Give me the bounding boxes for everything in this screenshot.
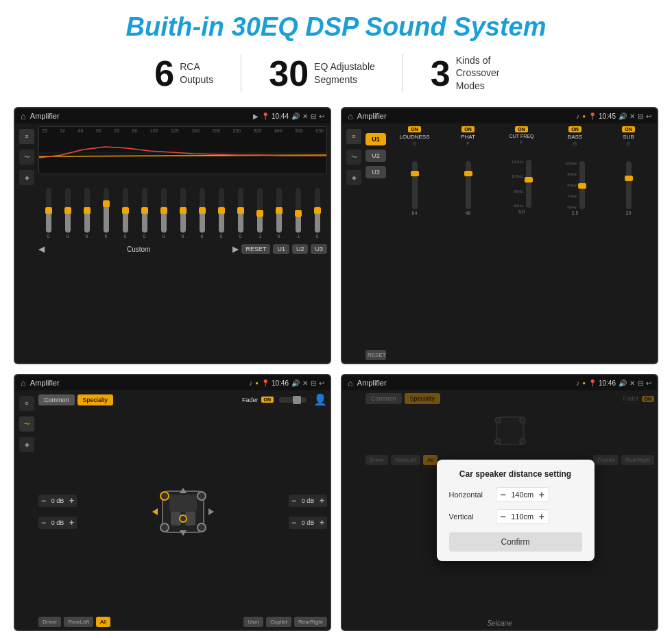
- sidebar-wave-icon-2[interactable]: 〜: [346, 150, 361, 165]
- db-minus-rr[interactable]: −: [291, 518, 296, 528]
- u2-btn-1[interactable]: U2: [292, 244, 309, 254]
- db-plus-rl[interactable]: +: [69, 518, 74, 528]
- cutfreq-slider[interactable]: [526, 160, 531, 208]
- home-icon-1[interactable]: ⌂: [21, 111, 26, 121]
- reset-btn-1[interactable]: RESET: [241, 244, 270, 254]
- screen2-presets: U1 U2 U3 RESET: [365, 126, 386, 360]
- u1-preset[interactable]: U1: [365, 133, 386, 145]
- confirm-button[interactable]: Confirm: [449, 532, 582, 552]
- eq-slider-13[interactable]: 0: [270, 188, 287, 239]
- vertical-plus[interactable]: +: [539, 511, 544, 522]
- cutfreq-on[interactable]: ON: [515, 126, 528, 132]
- db-minus-fr[interactable]: −: [291, 496, 296, 506]
- screen-amplifier: ⌂ Amplifier ♪ ● 📍 10:45 🔊 ✕ ⊟ ↩ ≡ 〜 ◈: [341, 107, 658, 364]
- back-icon-1[interactable]: ↩: [319, 113, 324, 120]
- eq-slider-7[interactable]: 0: [155, 188, 172, 239]
- back-icon-2[interactable]: ↩: [646, 113, 651, 120]
- horizontal-plus[interactable]: +: [539, 489, 544, 500]
- eq-slider-9[interactable]: 0: [193, 188, 211, 239]
- prev-icon[interactable]: ◀: [38, 244, 45, 254]
- eq-slider-5[interactable]: 0: [117, 188, 134, 239]
- eq-controls: ◀ Custom ▶ RESET U1 U2 U3: [38, 241, 327, 257]
- sidebar-speaker-icon[interactable]: ◈: [19, 170, 34, 185]
- u3-btn-1[interactable]: U3: [311, 244, 327, 254]
- next-icon[interactable]: ▶: [232, 244, 239, 254]
- sidebar-eq-icon[interactable]: ≡: [19, 129, 34, 144]
- fader-track[interactable]: [279, 397, 307, 403]
- sub-label: SUB: [623, 134, 634, 140]
- bass-slider[interactable]: [579, 161, 585, 209]
- sub-on[interactable]: ON: [622, 126, 635, 132]
- sidebar-wave-icon-3[interactable]: 〜: [19, 416, 34, 432]
- zone-rearright[interactable]: RearRight: [294, 617, 327, 627]
- zone-copilot[interactable]: Copilot: [266, 617, 291, 627]
- stat-crossover-number: 3: [431, 56, 451, 91]
- home-icon-2[interactable]: ⌂: [348, 111, 353, 121]
- home-icon-3[interactable]: ⌂: [21, 378, 26, 388]
- channel-loudness: ON LOUDNESS G 64: [389, 126, 440, 360]
- status-title-4: Amplifier: [357, 379, 572, 387]
- screenshots-grid: ⌂ Amplifier ▶ 📍 10:44 🔊 ✕ ⊟ ↩ ≡ 〜 ◈: [14, 107, 658, 631]
- stat-eq-number: 30: [269, 56, 309, 91]
- eq-slider-3[interactable]: 0: [78, 188, 95, 239]
- phat-slider[interactable]: [466, 161, 471, 209]
- db-plus-rr[interactable]: +: [320, 518, 324, 528]
- eq-slider-4[interactable]: 5: [97, 188, 115, 239]
- db-plus-fl[interactable]: +: [69, 496, 74, 506]
- sidebar-speaker-icon-2[interactable]: ◈: [346, 170, 361, 185]
- db-minus-fl[interactable]: −: [41, 496, 46, 506]
- eq-slider-14[interactable]: -1: [289, 188, 307, 239]
- sidebar-eq-icon-3[interactable]: ≡: [19, 396, 34, 411]
- back-icon-3[interactable]: ↩: [319, 379, 324, 387]
- back-icon-4[interactable]: ↩: [646, 379, 651, 387]
- db-plus-fr[interactable]: +: [320, 496, 324, 506]
- tab-common[interactable]: Common: [38, 394, 75, 405]
- tab-specialty[interactable]: Specialty: [77, 394, 114, 405]
- loudness-on[interactable]: ON: [408, 126, 421, 132]
- zone-all[interactable]: All: [96, 617, 110, 627]
- status-icons-2: ♪ ● 📍 10:45 🔊 ✕ ⊟ ↩: [576, 113, 651, 120]
- fader-label-bg: Fader: [623, 395, 639, 402]
- bass-on[interactable]: ON: [568, 126, 581, 132]
- sidebar-wave-icon[interactable]: 〜: [19, 150, 34, 165]
- car-diagram-svg: [142, 481, 224, 543]
- zone-driver[interactable]: Driver: [38, 617, 61, 627]
- vertical-value: 110cm: [509, 512, 536, 521]
- zone-copilot-bg: Copilot: [593, 455, 619, 465]
- zone-rearleft[interactable]: RearLeft: [64, 617, 93, 627]
- eq-slider-12[interactable]: -1: [251, 188, 268, 239]
- eq-slider-15[interactable]: 0: [309, 188, 326, 239]
- page-container: Buith-in 30EQ DSP Sound System 6 RCAOutp…: [0, 0, 672, 638]
- status-title-2: Amplifier: [357, 112, 572, 120]
- reset-btn-2[interactable]: RESET: [365, 350, 386, 360]
- eq-slider-8[interactable]: 0: [174, 188, 191, 239]
- eq-slider-6[interactable]: 0: [136, 188, 153, 239]
- eq-mode-label: Custom: [47, 246, 230, 253]
- vertical-minus[interactable]: −: [501, 511, 506, 522]
- home-icon-4[interactable]: ⌂: [348, 378, 353, 388]
- screen-eq: ⌂ Amplifier ▶ 📍 10:44 🔊 ✕ ⊟ ↩ ≡ 〜 ◈: [14, 107, 331, 364]
- stat-rca: 6 RCAOutputs: [127, 56, 241, 91]
- sub-slider[interactable]: [626, 161, 632, 209]
- stat-eq: 30 EQ AdjustableSegments: [241, 56, 403, 91]
- zone-user[interactable]: User: [243, 617, 263, 627]
- sidebar-eq-icon-2[interactable]: ≡: [346, 129, 361, 144]
- eq-slider-10[interactable]: 0: [213, 188, 230, 239]
- eq-slider-11[interactable]: 0: [232, 188, 249, 239]
- db-val-fl: 0 dB: [48, 497, 67, 504]
- volume-icon-3: 🔊: [291, 379, 300, 387]
- eq-slider-1[interactable]: 0: [40, 188, 57, 239]
- horizontal-minus[interactable]: −: [501, 489, 506, 500]
- sidebar-speaker-icon-3[interactable]: ◈: [19, 437, 34, 452]
- db-minus-rl[interactable]: −: [41, 518, 46, 528]
- right-db-col: − 0 dB + − 0 dB +: [289, 495, 327, 529]
- eq-slider-2[interactable]: 0: [59, 188, 76, 239]
- loudness-slider[interactable]: [412, 161, 418, 209]
- phat-on[interactable]: ON: [461, 126, 475, 132]
- u2-preset[interactable]: U2: [365, 150, 386, 162]
- speaker-area: − 0 dB + − 0 dB +: [38, 409, 327, 614]
- u3-preset[interactable]: U3: [365, 166, 386, 178]
- status-time-4: 📍 10:46: [588, 379, 616, 387]
- screen3-content: ≡ 〜 ◈ Common Specialty Fader ON: [15, 390, 330, 630]
- u1-btn-1[interactable]: U1: [273, 244, 289, 254]
